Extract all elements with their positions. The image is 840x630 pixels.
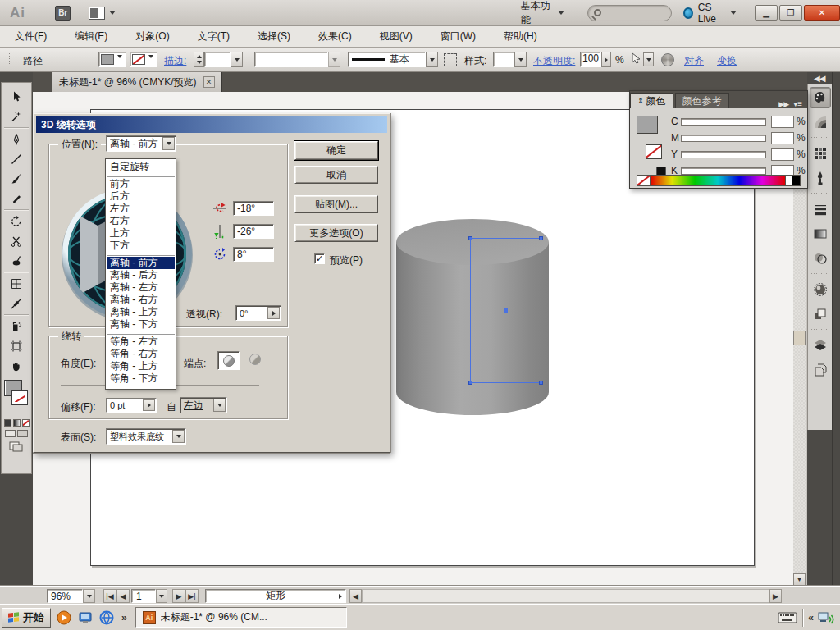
select-similar-icon[interactable] xyxy=(628,52,643,66)
first-artboard-icon[interactable]: |◀ xyxy=(103,589,116,603)
opacity-field[interactable]: 100 xyxy=(580,52,601,67)
style-field[interactable] xyxy=(493,52,514,67)
select-similar-dropdown[interactable] xyxy=(643,52,654,66)
magic-wand-tool[interactable] xyxy=(5,107,28,126)
fill-color-dropdown[interactable] xyxy=(98,52,126,67)
status-readout[interactable]: 矩形 xyxy=(205,589,346,603)
symbol-sprayer-tool[interactable] xyxy=(5,317,28,336)
bridge-button[interactable]: Br xyxy=(55,6,71,21)
close-button[interactable]: ✕ xyxy=(804,5,840,21)
horizontal-scrollbar[interactable] xyxy=(362,589,769,603)
color-guide-panel-icon[interactable] xyxy=(810,112,831,133)
position-option[interactable]: 自定旋转 xyxy=(107,161,175,173)
chevron-down-icon[interactable] xyxy=(213,399,226,412)
menu-help[interactable]: 帮助(H) xyxy=(500,27,541,46)
dialog-title-bar[interactable]: 3D 绕转选项 xyxy=(36,116,387,133)
rotate-tool[interactable] xyxy=(5,212,28,231)
menu-select[interactable]: 选择(S) xyxy=(254,27,294,46)
cap-hollow-button[interactable] xyxy=(249,354,261,365)
position-option-selected[interactable]: 离轴 - 前方 xyxy=(107,257,175,269)
selection-handle[interactable] xyxy=(539,236,543,240)
minimize-button[interactable]: ▁ xyxy=(755,5,778,21)
document-close-icon[interactable]: ✕ xyxy=(203,76,215,88)
screen-mode-icon[interactable] xyxy=(9,441,24,452)
tray-collapse-icon[interactable]: « xyxy=(808,612,814,623)
position-option[interactable]: 离轴 - 下方 xyxy=(107,318,175,331)
stroke-panel-icon[interactable] xyxy=(810,199,831,220)
position-option[interactable]: 后方 xyxy=(107,190,175,203)
panel-stroke-swatch[interactable] xyxy=(646,144,662,159)
menu-effect[interactable]: 效果(C) xyxy=(315,27,355,46)
selection-handle[interactable] xyxy=(539,381,543,385)
brush-definition-field[interactable]: 基本 xyxy=(348,52,426,67)
start-button[interactable]: 开始 xyxy=(2,608,51,628)
transparency-panel-icon[interactable] xyxy=(810,248,831,269)
position-option[interactable]: 等角 - 右方 xyxy=(107,348,175,360)
vertical-scrollbar-thumb[interactable] xyxy=(793,331,806,345)
preview-checkbox[interactable]: ✓ xyxy=(314,253,325,264)
spectrum-ramp[interactable] xyxy=(651,176,785,185)
artboard-number-field[interactable]: 1 xyxy=(131,589,156,603)
gradient-panel-icon[interactable] xyxy=(810,223,831,244)
chevron-down-icon[interactable] xyxy=(162,137,175,150)
zoom-field[interactable]: 96% xyxy=(47,589,83,603)
width-profile-field[interactable] xyxy=(254,52,328,67)
selection-handle[interactable] xyxy=(468,236,472,240)
draw-behind-icon[interactable] xyxy=(17,430,28,437)
brush-definition-dropdown[interactable] xyxy=(426,52,438,67)
cs-live-button[interactable]: CS Live xyxy=(683,2,737,25)
black-swatch[interactable] xyxy=(792,176,800,185)
recolor-artwork-icon[interactable] xyxy=(661,53,674,66)
position-option[interactable]: 下方 xyxy=(107,240,175,252)
paintbrush-tool[interactable] xyxy=(5,169,28,188)
none-swatch[interactable] xyxy=(637,176,651,185)
position-option[interactable]: 左方 xyxy=(107,203,175,215)
rotate-y-icon[interactable] xyxy=(212,224,227,239)
width-profile-dropdown[interactable] xyxy=(328,52,340,67)
channel-c-slider[interactable] xyxy=(681,118,766,126)
stroke-color-dropdown[interactable] xyxy=(130,52,158,67)
arrange-documents-icon[interactable] xyxy=(89,7,104,20)
position-option[interactable]: 等角 - 左方 xyxy=(107,336,175,348)
fill-stroke-indicator[interactable] xyxy=(2,380,30,416)
internet-explorer-icon[interactable] xyxy=(98,609,115,626)
channel-m-slider[interactable] xyxy=(681,135,766,142)
stroke-weight-field[interactable] xyxy=(204,52,231,67)
position-option[interactable]: 离轴 - 后方 xyxy=(107,269,175,281)
channel-k-slider[interactable] xyxy=(681,167,766,175)
media-player-icon[interactable] xyxy=(56,609,72,626)
draw-normal-icon[interactable] xyxy=(5,430,16,437)
appearance-panel-icon[interactable] xyxy=(810,279,831,300)
scroll-right-icon[interactable]: ▶ xyxy=(769,589,782,603)
status-menu-icon[interactable] xyxy=(339,594,342,599)
menu-file[interactable]: 文件(F) xyxy=(11,27,50,46)
more-options-button[interactable]: 更多选项(O) xyxy=(294,224,378,242)
edge-combobox[interactable]: 左边 xyxy=(180,397,227,413)
position-option[interactable]: 等角 - 上方 xyxy=(107,360,175,372)
offset-popup-icon[interactable] xyxy=(143,399,155,411)
eyedropper-tool[interactable] xyxy=(5,294,28,313)
panel-fill-swatch[interactable] xyxy=(637,116,658,134)
stroke-swatch[interactable] xyxy=(12,391,27,404)
taskbar-document-button[interactable]: Ai 未标题-1* @ 96% (CM... xyxy=(135,607,347,628)
color-panel-icon[interactable] xyxy=(810,87,831,108)
selection-handle[interactable] xyxy=(468,381,472,385)
spectrum-bar[interactable] xyxy=(637,175,801,186)
rotate-y-field[interactable]: -26° xyxy=(233,224,274,239)
stroke-weight-link[interactable]: 描边: xyxy=(164,54,186,68)
channel-m-field[interactable] xyxy=(771,132,794,144)
layers-panel-icon[interactable] xyxy=(810,335,831,356)
restore-button[interactable]: ❐ xyxy=(779,5,802,21)
rotate-z-field[interactable]: 8° xyxy=(233,247,274,262)
perspective-field[interactable]: 0° xyxy=(235,305,281,321)
dock-collapse-icon[interactable]: ◀◀ xyxy=(814,74,824,83)
width-tool[interactable] xyxy=(5,251,28,270)
channel-c-field[interactable] xyxy=(771,116,794,128)
prev-artboard-icon[interactable]: ◀ xyxy=(116,589,130,603)
color-mode-icon[interactable] xyxy=(4,419,11,427)
map-art-button[interactable]: 贴图(M)... xyxy=(294,195,378,213)
tab-color[interactable]: ⇕ 颜色 xyxy=(630,93,673,108)
artboard-tool[interactable] xyxy=(5,336,28,355)
artboard-dropdown-icon[interactable] xyxy=(156,589,167,603)
style-dropdown[interactable] xyxy=(514,52,527,67)
